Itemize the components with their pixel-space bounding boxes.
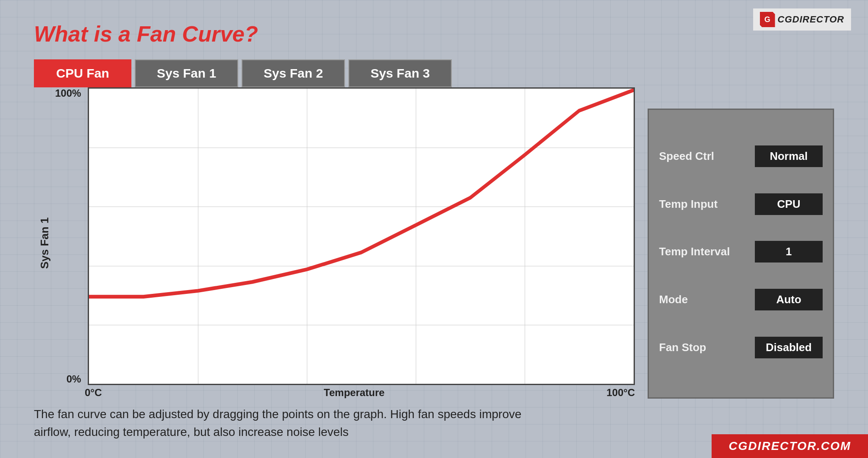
temp-interval-value[interactable]: 1 xyxy=(755,241,823,263)
speed-ctrl-value[interactable]: Normal xyxy=(755,145,823,167)
y-ticks: 100% 0% xyxy=(55,87,84,385)
y-axis-label: Sys Fan 1 xyxy=(34,87,55,399)
y-tick-0: 0% xyxy=(67,373,81,385)
x-label-right: 100°C xyxy=(606,387,635,399)
control-row-speed-ctrl: Speed Ctrl Normal xyxy=(659,145,823,167)
mode-value[interactable]: Auto xyxy=(755,289,823,310)
mode-label: Mode xyxy=(659,293,688,306)
x-label-left: 0°C xyxy=(85,387,102,399)
speed-ctrl-label: Speed Ctrl xyxy=(659,150,714,163)
page-title: What is a Fan Curve? xyxy=(34,21,834,47)
chart-section: Sys Fan 1 100% 0% xyxy=(34,87,834,399)
control-row-fan-stop: Fan Stop Disabled xyxy=(659,337,823,358)
fan-stop-value[interactable]: Disabled xyxy=(755,337,823,358)
tab-sys-fan-1[interactable]: Sys Fan 1 xyxy=(135,59,238,87)
x-labels: 0°C Temperature 100°C xyxy=(85,387,635,399)
main-content: What is a Fan Curve? CPU Fan Sys Fan 1 S… xyxy=(0,0,868,458)
y-tick-100: 100% xyxy=(55,87,81,99)
tab-sys-fan-2[interactable]: Sys Fan 2 xyxy=(242,59,345,87)
chart-area: Sys Fan 1 100% 0% xyxy=(34,87,635,399)
tab-sys-fan-3[interactable]: Sys Fan 3 xyxy=(348,59,452,87)
temp-interval-label: Temp Interval xyxy=(659,245,730,258)
fan-stop-label: Fan Stop xyxy=(659,341,706,354)
control-row-temp-input: Temp Input CPU xyxy=(659,193,823,215)
temp-input-label: Temp Input xyxy=(659,198,718,211)
logo-text: CGDIRECTOR xyxy=(778,14,845,25)
chart-container: Sys Fan 1 100% 0% xyxy=(34,87,635,399)
chart-graph[interactable] xyxy=(88,87,635,385)
chart-inner: 100% 0% xyxy=(55,87,635,399)
x-label-center: Temperature xyxy=(324,387,385,399)
description-text: The fan curve can be adjusted by draggin… xyxy=(34,405,542,441)
chart-with-y: 100% 0% xyxy=(55,87,635,385)
logo: G CGDIRECTOR xyxy=(753,8,851,31)
logo-icon: G xyxy=(760,12,775,27)
controls-panel: Speed Ctrl Normal Temp Input CPU Temp In… xyxy=(648,109,834,399)
fan-curve-svg xyxy=(89,89,634,384)
control-row-temp-interval: Temp Interval 1 xyxy=(659,241,823,263)
fan-tabs: CPU Fan Sys Fan 1 Sys Fan 2 Sys Fan 3 xyxy=(34,59,834,87)
tab-cpu-fan[interactable]: CPU Fan xyxy=(34,59,131,87)
control-row-mode: Mode Auto xyxy=(659,289,823,310)
temp-input-value[interactable]: CPU xyxy=(755,193,823,215)
x-axis-row: 0°C Temperature 100°C xyxy=(55,387,635,399)
